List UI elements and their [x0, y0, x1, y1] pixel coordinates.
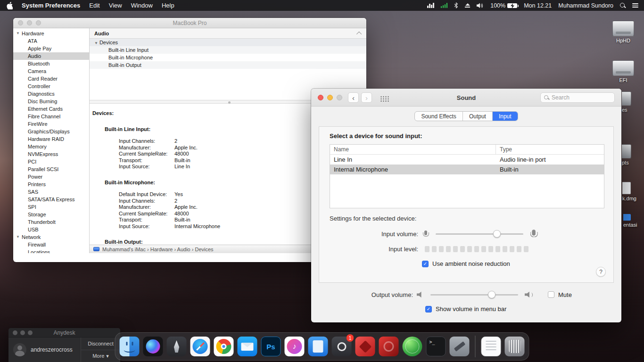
dock-icon-terminal[interactable]: [426, 337, 446, 356]
sidebar-item-hardware-raid[interactable]: Hardware RAID: [13, 135, 89, 143]
zoom-button[interactable]: [36, 20, 41, 25]
help-button[interactable]: ?: [596, 267, 606, 277]
menu-bar-clock[interactable]: Mon 12.21: [524, 2, 552, 9]
show-all-grid-icon[interactable]: [380, 96, 389, 102]
sidebar-item-pci[interactable]: PCI: [13, 158, 89, 165]
sidebar-item-apple-pay[interactable]: Apple Pay: [13, 45, 89, 52]
sidebar-item-sas[interactable]: SAS: [13, 188, 89, 196]
activity-graph-icon[interactable]: [427, 3, 434, 8]
minimize-button[interactable]: [20, 330, 25, 335]
sidebar-item-diagnostics[interactable]: Diagnostics: [13, 90, 89, 98]
desktop-icon-partial[interactable]: pts: [622, 144, 631, 165]
dock-icon-blue-app[interactable]: [308, 337, 328, 356]
notification-center-icon[interactable]: [632, 3, 638, 8]
desktop-icon-partial[interactable]: k.dmg: [622, 182, 636, 201]
sidebar-item-locations[interactable]: Locations: [13, 248, 89, 253]
dock-icon-trash[interactable]: [505, 337, 525, 356]
sidebar-item-graphics-displays[interactable]: Graphics/Displays: [13, 128, 89, 135]
eject-icon[interactable]: [465, 3, 470, 8]
sidebar-item-parallel-scsi[interactable]: Parallel SCSI: [13, 165, 89, 173]
spotlight-search-icon[interactable]: [620, 3, 626, 8]
show-volume-checkbox[interactable]: [425, 306, 432, 313]
sidebar-item-controller[interactable]: Controller: [13, 82, 89, 90]
sidebar-item-spi[interactable]: SPI: [13, 203, 89, 211]
menu-help[interactable]: Help: [162, 2, 174, 9]
zoom-button[interactable]: [337, 95, 342, 100]
ambient-noise-checkbox[interactable]: [422, 261, 429, 267]
sidebar-item-ethernet-cards[interactable]: Ethernet Cards: [13, 105, 89, 113]
sidebar-item-card-reader[interactable]: Card Reader: [13, 75, 89, 82]
sidebar-item-storage[interactable]: Storage: [13, 211, 89, 218]
desktop-icon-partial[interactable]: es: [622, 91, 631, 113]
tree-item-output[interactable]: Built-in Output: [90, 61, 366, 69]
disclosure-triangle-icon[interactable]: ▼: [16, 233, 20, 241]
sidebar-item-sata[interactable]: SATA/SATA Express: [13, 196, 89, 203]
slider-thumb[interactable]: [488, 291, 495, 298]
dock-icon-siri[interactable]: [143, 337, 163, 356]
disclosure-triangle-icon[interactable]: ▼: [94, 41, 98, 45]
sidebar-item-power[interactable]: Power: [13, 173, 89, 181]
table-row[interactable]: Line In Audio line-in port: [330, 155, 604, 165]
sidebar-group-network[interactable]: ▼Network: [13, 233, 89, 241]
column-header-name[interactable]: Name: [330, 145, 496, 154]
active-app-menu[interactable]: System Preferences: [22, 2, 80, 9]
table-row-selected[interactable]: Internal Microphone Built-in: [330, 165, 604, 174]
tab-input[interactable]: Input: [492, 112, 518, 121]
disclosure-triangle-icon[interactable]: ▼: [16, 30, 20, 37]
tree-item-line-input[interactable]: Built-in Line Input: [90, 46, 366, 54]
search-field[interactable]: [540, 92, 615, 103]
dock-icon-photoshop[interactable]: Ps: [261, 337, 281, 356]
menu-window[interactable]: Window: [131, 2, 153, 9]
battery-indicator[interactable]: 100%: [490, 2, 517, 9]
dock-icon-finder[interactable]: [120, 337, 140, 356]
desktop-icon-efi[interactable]: EFI: [611, 60, 636, 83]
sidebar-item-usb[interactable]: USB: [13, 226, 89, 233]
minimize-button[interactable]: [327, 95, 333, 100]
dock-icon-camera-app[interactable]: 1: [332, 337, 352, 356]
dock-icon-red-app-1[interactable]: [355, 337, 375, 356]
dock-icon-documents[interactable]: [481, 337, 501, 356]
apple-menu-icon[interactable]: [7, 2, 13, 9]
title-bar[interactable]: Anydesk: [8, 328, 120, 337]
close-button[interactable]: [13, 330, 17, 335]
sidebar-item-fibre-channel[interactable]: Fibre Channel: [13, 113, 89, 120]
volume-icon[interactable]: [477, 3, 484, 8]
minimize-button[interactable]: [27, 20, 32, 25]
column-header-type[interactable]: Type: [496, 146, 512, 153]
desktop-icon-hphd[interactable]: HpHD: [611, 21, 636, 43]
dock-icon-mail[interactable]: [238, 337, 257, 356]
slider-thumb[interactable]: [493, 230, 501, 238]
sidebar-item-memory[interactable]: Memory: [13, 143, 89, 150]
sidebar-item-nvmexpress[interactable]: NVMExpress: [13, 150, 89, 158]
tab-sound-effects[interactable]: Sound Effects: [415, 112, 462, 121]
dock-icon-red-app-2[interactable]: [379, 337, 399, 356]
sidebar-item-printers[interactable]: Printers: [13, 181, 89, 188]
sidebar-item-ata[interactable]: ATA: [13, 37, 89, 45]
signal-bars-icon[interactable]: [441, 3, 448, 8]
tree-root-devices[interactable]: ▼Devices: [90, 39, 366, 46]
forward-button[interactable]: ›: [361, 92, 372, 103]
search-input[interactable]: [552, 94, 611, 101]
desktop-icon-partial[interactable]: entasi: [623, 214, 637, 228]
tab-output[interactable]: Output: [462, 112, 492, 121]
zoom-button[interactable]: [28, 330, 33, 335]
dock-icon-itunes[interactable]: [285, 337, 305, 356]
dock-icon-globe-app[interactable]: [403, 337, 422, 356]
sidebar-item-bluetooth[interactable]: Bluetooth: [13, 60, 89, 67]
menu-view[interactable]: View: [109, 2, 122, 9]
sidebar-item-thunderbolt[interactable]: Thunderbolt: [13, 218, 89, 226]
pane-header[interactable]: Audio: [90, 28, 366, 39]
input-volume-slider[interactable]: [436, 230, 523, 238]
mute-checkbox[interactable]: [548, 291, 554, 298]
sidebar-item-firewall[interactable]: Firewall: [13, 241, 89, 248]
sidebar-item-firewire[interactable]: FireWire: [13, 120, 89, 128]
close-button[interactable]: [318, 95, 323, 100]
sidebar-item-disc-burning[interactable]: Disc Burning: [13, 98, 89, 105]
back-button[interactable]: ‹: [348, 92, 359, 103]
title-bar[interactable]: ‹ › Sound: [311, 89, 621, 107]
bluetooth-icon[interactable]: [454, 2, 458, 8]
menu-edit[interactable]: Edit: [89, 2, 99, 9]
output-volume-slider[interactable]: [430, 290, 518, 299]
dock-icon-safari[interactable]: [190, 337, 210, 356]
sidebar-item-audio[interactable]: Audio: [13, 52, 89, 60]
